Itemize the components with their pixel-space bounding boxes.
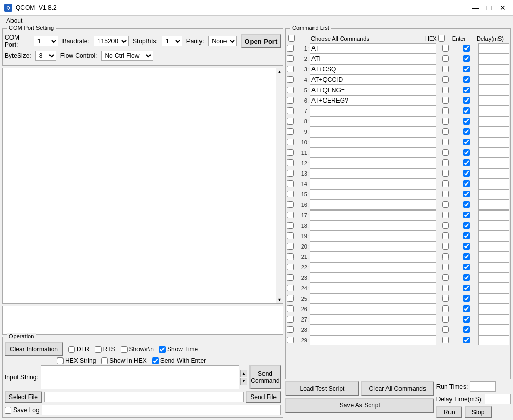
cmd-delay-17[interactable] xyxy=(478,210,509,220)
cmd-delay-10[interactable] xyxy=(478,137,509,147)
stop-button[interactable]: Stop xyxy=(465,406,492,418)
cmd-enter-checkbox-28[interactable] xyxy=(463,326,470,333)
cmd-checkbox-27[interactable] xyxy=(287,316,294,323)
cmd-enter-checkbox-21[interactable] xyxy=(463,253,470,260)
menu-about[interactable]: About xyxy=(2,16,27,26)
cmd-input-29[interactable] xyxy=(310,335,436,345)
hex-string-checkbox[interactable] xyxy=(57,357,64,364)
cmd-input-21[interactable] xyxy=(310,252,436,262)
cmd-hex-checkbox-16[interactable] xyxy=(442,201,449,208)
cmd-hex-checkbox-18[interactable] xyxy=(442,222,449,229)
cmd-checkbox-16[interactable] xyxy=(287,201,294,208)
cmd-delay-26[interactable] xyxy=(478,304,509,314)
cmd-checkbox-6[interactable] xyxy=(287,97,294,104)
clear-all-commands-button[interactable]: Clear All Commands xyxy=(361,381,434,396)
cmd-delay-11[interactable] xyxy=(478,147,509,158)
cmd-input-15[interactable] xyxy=(310,189,436,200)
bytesize-select[interactable]: 8 7 xyxy=(35,51,56,61)
cmd-delay-21[interactable] xyxy=(478,252,509,262)
cmd-delay-5[interactable] xyxy=(478,85,509,95)
cmd-enter-checkbox-25[interactable] xyxy=(463,295,470,302)
send-with-enter-checkbox[interactable] xyxy=(152,357,159,364)
cmd-input-28[interactable] xyxy=(310,325,436,335)
cmd-checkbox-1[interactable] xyxy=(287,45,294,52)
cmd-input-24[interactable] xyxy=(310,283,436,293)
cmd-input-5[interactable] xyxy=(310,85,436,95)
cmd-delay-23[interactable] xyxy=(478,273,509,283)
cmd-checkbox-7[interactable] xyxy=(287,107,294,114)
cmd-input-2[interactable] xyxy=(310,54,436,64)
close-button[interactable]: ✕ xyxy=(496,3,509,13)
input-string-textarea[interactable] xyxy=(41,365,239,389)
cmd-enter-checkbox-10[interactable] xyxy=(463,139,470,145)
cmd-input-20[interactable] xyxy=(310,241,436,252)
save-as-script-button[interactable]: Save As Script xyxy=(285,398,434,413)
cmd-delay-2[interactable] xyxy=(478,54,509,64)
cmd-hex-checkbox-24[interactable] xyxy=(442,285,449,291)
load-test-script-button[interactable]: Load Test Script xyxy=(285,381,359,396)
cmd-hex-checkbox-11[interactable] xyxy=(442,149,449,156)
cmd-checkbox-13[interactable] xyxy=(287,170,294,177)
cmd-input-3[interactable] xyxy=(310,64,436,75)
cmd-input-19[interactable] xyxy=(310,231,436,241)
cmd-checkbox-22[interactable] xyxy=(287,264,294,270)
cmd-input-10[interactable] xyxy=(310,137,436,147)
show-time-checkbox-label[interactable]: Show Time xyxy=(159,345,198,353)
cmd-enter-checkbox-22[interactable] xyxy=(463,264,470,270)
cmd-enter-checkbox-6[interactable] xyxy=(463,97,470,104)
parity-select[interactable]: None Even Odd xyxy=(208,36,237,46)
cmd-enter-checkbox-26[interactable] xyxy=(463,305,470,312)
show-rn-checkbox[interactable] xyxy=(121,346,128,353)
cmd-delay-19[interactable] xyxy=(478,231,509,241)
show-rn-checkbox-label[interactable]: Show\r\n xyxy=(121,345,154,353)
cmd-checkbox-9[interactable] xyxy=(287,128,294,135)
file-path-input[interactable] xyxy=(44,392,244,402)
cmd-enter-checkbox-1[interactable] xyxy=(463,45,470,52)
cmd-hex-checkbox-15[interactable] xyxy=(442,191,449,197)
cmd-enter-checkbox-17[interactable] xyxy=(463,212,470,218)
cmd-hex-checkbox-25[interactable] xyxy=(442,295,449,302)
cmd-input-14[interactable] xyxy=(310,179,436,189)
input-scroll-up[interactable]: ▲ xyxy=(240,370,247,377)
cmd-hex-checkbox-7[interactable] xyxy=(442,107,449,114)
cmd-checkbox-17[interactable] xyxy=(287,212,294,218)
show-in-hex-checkbox[interactable] xyxy=(101,357,108,364)
dtr-checkbox[interactable] xyxy=(68,346,75,353)
run-times-input[interactable]: 10 xyxy=(470,381,496,392)
cmd-enter-checkbox-3[interactable] xyxy=(463,66,470,72)
cmd-enter-checkbox-7[interactable] xyxy=(463,107,470,114)
cmd-input-1[interactable] xyxy=(310,43,436,54)
cmd-hex-checkbox-28[interactable] xyxy=(442,326,449,333)
cmd-checkbox-10[interactable] xyxy=(287,139,294,145)
cmd-enter-checkbox-12[interactable] xyxy=(463,159,470,166)
cmd-delay-18[interactable] xyxy=(478,220,509,231)
cmd-input-26[interactable] xyxy=(310,304,436,314)
send-with-enter-checkbox-label[interactable]: Send With Enter xyxy=(152,357,206,364)
flow-control-select[interactable]: No Ctrl Flow Hardware Software xyxy=(101,51,153,61)
cmd-enter-checkbox-23[interactable] xyxy=(463,274,470,281)
cmd-hex-checkbox-10[interactable] xyxy=(442,139,449,145)
delay-time-input[interactable]: 1000 xyxy=(485,394,511,404)
baudrate-select[interactable]: 115200 9600 38400 xyxy=(94,36,129,46)
cmd-input-23[interactable] xyxy=(310,273,436,283)
cmd-enter-checkbox-4[interactable] xyxy=(463,76,470,83)
cmd-enter-checkbox-8[interactable] xyxy=(463,118,470,125)
com-port-select[interactable]: 1 xyxy=(34,36,58,46)
cmd-enter-checkbox-24[interactable] xyxy=(463,285,470,291)
cmd-delay-29[interactable] xyxy=(478,335,509,345)
cmd-hex-checkbox-4[interactable] xyxy=(442,76,449,83)
cmd-enter-checkbox-15[interactable] xyxy=(463,191,470,197)
cmd-enter-checkbox-11[interactable] xyxy=(463,149,470,156)
hex-string-checkbox-label[interactable]: HEX String xyxy=(57,357,96,364)
cmd-hex-checkbox-5[interactable] xyxy=(442,87,449,93)
terminal-scrollbar[interactable]: ▲ ▼ xyxy=(276,68,283,303)
cmd-enter-checkbox-27[interactable] xyxy=(463,316,470,323)
cmd-hex-checkbox-1[interactable] xyxy=(442,45,449,52)
cmd-hex-checkbox-6[interactable] xyxy=(442,97,449,104)
cmd-checkbox-21[interactable] xyxy=(287,253,294,260)
cmd-delay-9[interactable] xyxy=(478,127,509,137)
maximize-button[interactable]: □ xyxy=(483,3,495,13)
input-scroll-down[interactable]: ▼ xyxy=(240,378,247,385)
cmd-checkbox-29[interactable] xyxy=(287,337,294,343)
rts-checkbox[interactable] xyxy=(95,346,102,353)
